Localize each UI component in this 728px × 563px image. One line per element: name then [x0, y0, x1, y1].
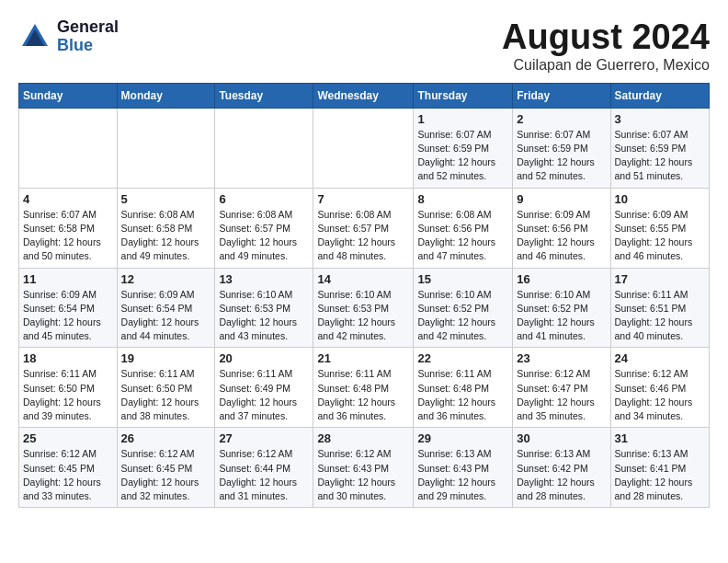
day-number: 29 — [417, 431, 508, 445]
calendar-cell: 31Sunrise: 6:13 AMSunset: 6:41 PMDayligh… — [610, 428, 709, 508]
col-header-friday: Friday — [513, 83, 610, 108]
day-number: 9 — [517, 192, 606, 206]
col-header-monday: Monday — [117, 83, 215, 108]
day-info: Sunrise: 6:07 AMSunset: 6:59 PMDaylight:… — [417, 128, 508, 184]
day-number: 24 — [615, 351, 705, 365]
calendar-cell: 5Sunrise: 6:08 AMSunset: 6:58 PMDaylight… — [117, 188, 215, 268]
col-header-saturday: Saturday — [610, 83, 709, 108]
page-title: August 2024 — [502, 18, 710, 57]
calendar-cell: 22Sunrise: 6:11 AMSunset: 6:48 PMDayligh… — [414, 348, 513, 428]
day-number: 11 — [23, 272, 113, 286]
day-number: 5 — [121, 192, 211, 206]
day-info: Sunrise: 6:07 AMSunset: 6:59 PMDaylight:… — [517, 128, 606, 184]
day-number: 25 — [23, 431, 113, 445]
day-info: Sunrise: 6:12 AMSunset: 6:47 PMDaylight:… — [517, 367, 606, 423]
day-number: 16 — [517, 272, 606, 286]
day-number: 7 — [317, 192, 409, 206]
calendar-week-2: 4Sunrise: 6:07 AMSunset: 6:58 PMDaylight… — [19, 188, 710, 268]
day-number: 31 — [615, 431, 705, 445]
day-number: 30 — [517, 431, 606, 445]
day-info: Sunrise: 6:12 AMSunset: 6:46 PMDaylight:… — [615, 367, 705, 423]
day-number: 15 — [417, 272, 508, 286]
day-info: Sunrise: 6:12 AMSunset: 6:45 PMDaylight:… — [23, 447, 113, 503]
day-info: Sunrise: 6:08 AMSunset: 6:56 PMDaylight:… — [417, 208, 508, 264]
col-header-tuesday: Tuesday — [215, 83, 313, 108]
calendar-cell: 20Sunrise: 6:11 AMSunset: 6:49 PMDayligh… — [215, 348, 313, 428]
col-header-sunday: Sunday — [19, 83, 118, 108]
logo-bottom: Blue — [57, 37, 119, 55]
calendar-cell: 21Sunrise: 6:11 AMSunset: 6:48 PMDayligh… — [313, 348, 414, 428]
calendar-cell: 14Sunrise: 6:10 AMSunset: 6:53 PMDayligh… — [313, 268, 414, 348]
day-number: 22 — [417, 351, 508, 365]
day-info: Sunrise: 6:08 AMSunset: 6:57 PMDaylight:… — [219, 208, 309, 264]
day-info: Sunrise: 6:09 AMSunset: 6:54 PMDaylight:… — [23, 288, 113, 344]
day-number: 1 — [417, 112, 508, 126]
day-number: 27 — [219, 431, 309, 445]
calendar-cell: 17Sunrise: 6:11 AMSunset: 6:51 PMDayligh… — [610, 268, 709, 348]
day-number: 10 — [615, 192, 705, 206]
calendar-cell: 24Sunrise: 6:12 AMSunset: 6:46 PMDayligh… — [610, 348, 709, 428]
calendar-cell: 13Sunrise: 6:10 AMSunset: 6:53 PMDayligh… — [215, 268, 313, 348]
day-info: Sunrise: 6:11 AMSunset: 6:50 PMDaylight:… — [121, 367, 211, 423]
calendar-cell — [117, 108, 215, 188]
day-number: 23 — [517, 351, 606, 365]
day-info: Sunrise: 6:07 AMSunset: 6:59 PMDaylight:… — [615, 128, 705, 184]
calendar-cell — [215, 108, 313, 188]
calendar-cell: 3Sunrise: 6:07 AMSunset: 6:59 PMDaylight… — [610, 108, 709, 188]
logo-text: General Blue — [57, 18, 119, 55]
day-number: 20 — [219, 351, 309, 365]
calendar-cell: 18Sunrise: 6:11 AMSunset: 6:50 PMDayligh… — [19, 348, 118, 428]
title-block: August 2024 Cuilapan de Guerrero, Mexico — [502, 18, 710, 74]
day-info: Sunrise: 6:11 AMSunset: 6:48 PMDaylight:… — [417, 367, 508, 423]
day-number: 2 — [517, 112, 606, 126]
calendar-header-row: SundayMondayTuesdayWednesdayThursdayFrid… — [19, 83, 710, 108]
day-number: 21 — [317, 351, 409, 365]
day-number: 14 — [317, 272, 409, 286]
calendar-cell: 16Sunrise: 6:10 AMSunset: 6:52 PMDayligh… — [513, 268, 610, 348]
calendar-cell: 30Sunrise: 6:13 AMSunset: 6:42 PMDayligh… — [513, 428, 610, 508]
day-info: Sunrise: 6:12 AMSunset: 6:43 PMDaylight:… — [317, 447, 409, 503]
day-info: Sunrise: 6:11 AMSunset: 6:50 PMDaylight:… — [23, 367, 113, 423]
day-info: Sunrise: 6:09 AMSunset: 6:56 PMDaylight:… — [517, 208, 606, 264]
logo-top: General — [57, 18, 119, 37]
day-info: Sunrise: 6:10 AMSunset: 6:52 PMDaylight:… — [517, 288, 606, 344]
calendar-cell: 28Sunrise: 6:12 AMSunset: 6:43 PMDayligh… — [313, 428, 414, 508]
day-info: Sunrise: 6:12 AMSunset: 6:44 PMDaylight:… — [219, 447, 309, 503]
day-info: Sunrise: 6:08 AMSunset: 6:58 PMDaylight:… — [121, 208, 211, 264]
day-info: Sunrise: 6:10 AMSunset: 6:53 PMDaylight:… — [219, 288, 309, 344]
day-number: 17 — [615, 272, 705, 286]
day-info: Sunrise: 6:13 AMSunset: 6:41 PMDaylight:… — [615, 447, 705, 503]
calendar-week-3: 11Sunrise: 6:09 AMSunset: 6:54 PMDayligh… — [19, 268, 710, 348]
calendar-cell: 2Sunrise: 6:07 AMSunset: 6:59 PMDaylight… — [513, 108, 610, 188]
calendar-cell: 6Sunrise: 6:08 AMSunset: 6:57 PMDaylight… — [215, 188, 313, 268]
calendar-week-1: 1Sunrise: 6:07 AMSunset: 6:59 PMDaylight… — [19, 108, 710, 188]
calendar-cell: 7Sunrise: 6:08 AMSunset: 6:57 PMDaylight… — [313, 188, 414, 268]
calendar-week-4: 18Sunrise: 6:11 AMSunset: 6:50 PMDayligh… — [19, 348, 710, 428]
day-number: 18 — [23, 351, 113, 365]
day-info: Sunrise: 6:13 AMSunset: 6:43 PMDaylight:… — [417, 447, 508, 503]
day-number: 13 — [219, 272, 309, 286]
day-number: 8 — [417, 192, 508, 206]
day-info: Sunrise: 6:08 AMSunset: 6:57 PMDaylight:… — [317, 208, 409, 264]
calendar-table: SundayMondayTuesdayWednesdayThursdayFrid… — [18, 83, 710, 508]
day-info: Sunrise: 6:10 AMSunset: 6:53 PMDaylight:… — [317, 288, 409, 344]
calendar-cell: 1Sunrise: 6:07 AMSunset: 6:59 PMDaylight… — [414, 108, 513, 188]
logo-icon — [18, 20, 51, 53]
day-number: 3 — [615, 112, 705, 126]
calendar-cell — [313, 108, 414, 188]
page-subtitle: Cuilapan de Guerrero, Mexico — [502, 57, 710, 74]
calendar-cell — [19, 108, 118, 188]
day-number: 28 — [317, 431, 409, 445]
page-header: General Blue August 2024 Cuilapan de Gue… — [18, 18, 710, 74]
day-info: Sunrise: 6:12 AMSunset: 6:45 PMDaylight:… — [121, 447, 211, 503]
day-number: 12 — [121, 272, 211, 286]
day-number: 26 — [121, 431, 211, 445]
calendar-cell: 23Sunrise: 6:12 AMSunset: 6:47 PMDayligh… — [513, 348, 610, 428]
calendar-week-5: 25Sunrise: 6:12 AMSunset: 6:45 PMDayligh… — [19, 428, 710, 508]
day-number: 6 — [219, 192, 309, 206]
calendar-cell: 9Sunrise: 6:09 AMSunset: 6:56 PMDaylight… — [513, 188, 610, 268]
day-number: 19 — [121, 351, 211, 365]
day-info: Sunrise: 6:11 AMSunset: 6:49 PMDaylight:… — [219, 367, 309, 423]
calendar-cell: 11Sunrise: 6:09 AMSunset: 6:54 PMDayligh… — [19, 268, 118, 348]
day-info: Sunrise: 6:07 AMSunset: 6:58 PMDaylight:… — [23, 208, 113, 264]
